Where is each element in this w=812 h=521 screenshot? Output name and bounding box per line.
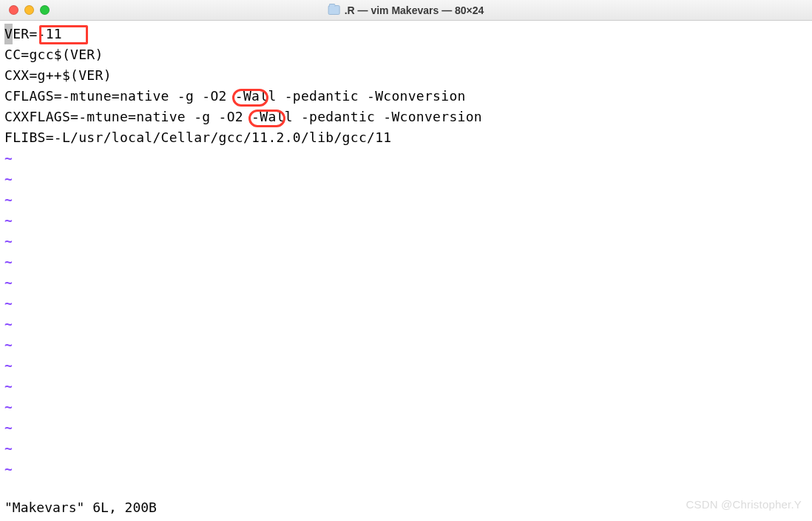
vim-empty-line-tilde: ~ — [4, 189, 808, 210]
editor-line-text: CFLAGS=-mtune=native -g -O2 -Wall -pedan… — [4, 88, 466, 104]
editor-line-text: CC=gcc$(VER) — [4, 47, 104, 62]
vim-empty-line-tilde: ~ — [4, 376, 808, 397]
editor-line: CC=gcc$(VER) — [4, 44, 808, 65]
vim-empty-line-tilde: ~ — [4, 417, 808, 438]
editor-line-text: CXX=g++$(VER) — [4, 67, 112, 83]
vim-empty-line-tilde: ~ — [4, 459, 808, 480]
editor-line: VER=-11 — [4, 24, 808, 44]
vim-status-line: "Makevars" 6L, 200B — [4, 497, 157, 518]
vim-empty-line-tilde: ~ — [4, 210, 808, 231]
editor-line-text: CXXFLAGS=-mtune=native -g -O2 -Wall -ped… — [4, 109, 482, 124]
vim-empty-line-tilde: ~ — [4, 272, 808, 293]
window-title: .R — vim Makevars — 80×24 — [328, 0, 484, 21]
editor-line: CFLAGS=-mtune=native -g -O2 -Wall -pedan… — [4, 86, 808, 107]
vim-empty-line-tilde: ~ — [4, 148, 808, 169]
editor-line-text: FLIBS=-L/usr/local/Cellar/gcc/11.2.0/lib… — [4, 130, 391, 145]
watermark: CSDN @Christopher.Y — [686, 494, 802, 515]
vim-cursor: V — [4, 24, 13, 44]
editor-line-text: ER=-11 — [13, 26, 62, 41]
editor-line: FLIBS=-L/usr/local/Cellar/gcc/11.2.0/lib… — [4, 127, 808, 148]
vim-empty-line-tilde: ~ — [4, 293, 808, 314]
vim-empty-line-tilde: ~ — [4, 231, 808, 252]
vim-empty-line-tilde: ~ — [4, 314, 808, 335]
vim-empty-line-tilde: ~ — [4, 397, 808, 417]
window-title-text: .R — vim Makevars — 80×24 — [345, 0, 484, 21]
close-icon[interactable] — [9, 5, 18, 15]
vim-empty-line-tilde: ~ — [4, 252, 808, 272]
editor-line: CXX=g++$(VER) — [4, 65, 808, 86]
vim-empty-line-tilde: ~ — [4, 335, 808, 355]
vim-empty-line-tilde: ~ — [4, 355, 808, 376]
traffic-lights — [9, 5, 50, 15]
vim-empty-line-tilde: ~ — [4, 438, 808, 459]
terminal-viewport[interactable]: VER=-11 CC=gcc$(VER) CXX=g++$(VER) CFLAG… — [0, 21, 812, 480]
minimize-icon[interactable] — [24, 5, 34, 15]
editor-line: CXXFLAGS=-mtune=native -g -O2 -Wall -ped… — [4, 107, 808, 127]
folder-icon — [328, 5, 340, 15]
vim-empty-line-tilde: ~ — [4, 169, 808, 189]
window-titlebar: .R — vim Makevars — 80×24 — [0, 0, 812, 21]
zoom-icon[interactable] — [40, 5, 50, 15]
